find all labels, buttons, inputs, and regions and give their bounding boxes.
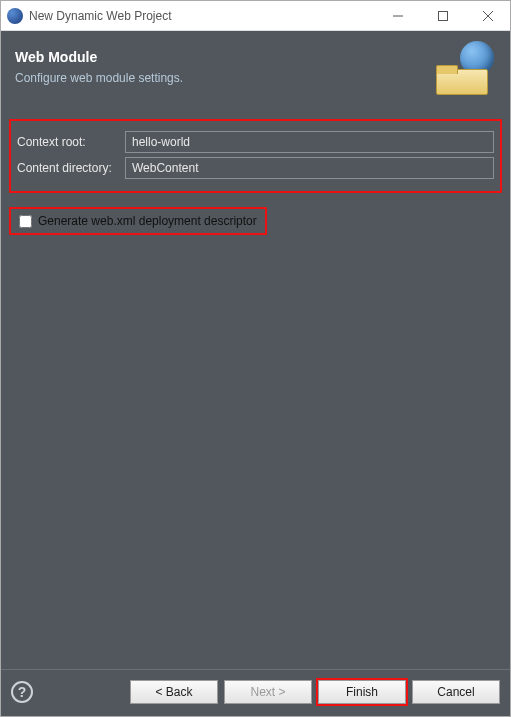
wizard-header: Web Module Configure web module settings… bbox=[1, 31, 510, 107]
context-root-label: Context root: bbox=[17, 135, 125, 149]
generate-webxml-highlight: Generate web.xml deployment descriptor bbox=[9, 207, 267, 235]
help-icon: ? bbox=[18, 684, 27, 700]
context-root-row: Context root: bbox=[17, 131, 494, 153]
back-button[interactable]: < Back bbox=[130, 680, 218, 704]
dialog-window: New Dynamic Web Project Web Module Confi… bbox=[0, 0, 511, 717]
window-title: New Dynamic Web Project bbox=[29, 9, 375, 23]
close-icon bbox=[483, 11, 493, 21]
maximize-button[interactable] bbox=[420, 1, 465, 30]
wizard-footer: ? < Back Next > Finish Cancel bbox=[1, 669, 510, 716]
content-directory-input[interactable] bbox=[125, 157, 494, 179]
cancel-button[interactable]: Cancel bbox=[412, 680, 500, 704]
web-module-fields-highlight: Context root: Content directory: bbox=[9, 119, 502, 193]
help-button[interactable]: ? bbox=[11, 681, 33, 703]
page-title: Web Module bbox=[15, 49, 436, 65]
titlebar: New Dynamic Web Project bbox=[1, 1, 510, 31]
close-button[interactable] bbox=[465, 1, 510, 30]
svg-rect-1 bbox=[438, 11, 447, 20]
app-icon bbox=[7, 8, 23, 24]
page-subtitle: Configure web module settings. bbox=[15, 71, 436, 85]
context-root-input[interactable] bbox=[125, 131, 494, 153]
minimize-icon bbox=[393, 11, 403, 21]
next-button: Next > bbox=[224, 680, 312, 704]
finish-button[interactable]: Finish bbox=[318, 680, 406, 704]
content-directory-row: Content directory: bbox=[17, 157, 494, 179]
wizard-content: Context root: Content directory: Generat… bbox=[1, 107, 510, 669]
generate-webxml-label: Generate web.xml deployment descriptor bbox=[38, 214, 257, 228]
minimize-button[interactable] bbox=[375, 1, 420, 30]
maximize-icon bbox=[438, 11, 448, 21]
generate-webxml-checkbox[interactable] bbox=[19, 215, 32, 228]
wizard-banner-icon bbox=[436, 41, 496, 93]
content-directory-label: Content directory: bbox=[17, 161, 125, 175]
